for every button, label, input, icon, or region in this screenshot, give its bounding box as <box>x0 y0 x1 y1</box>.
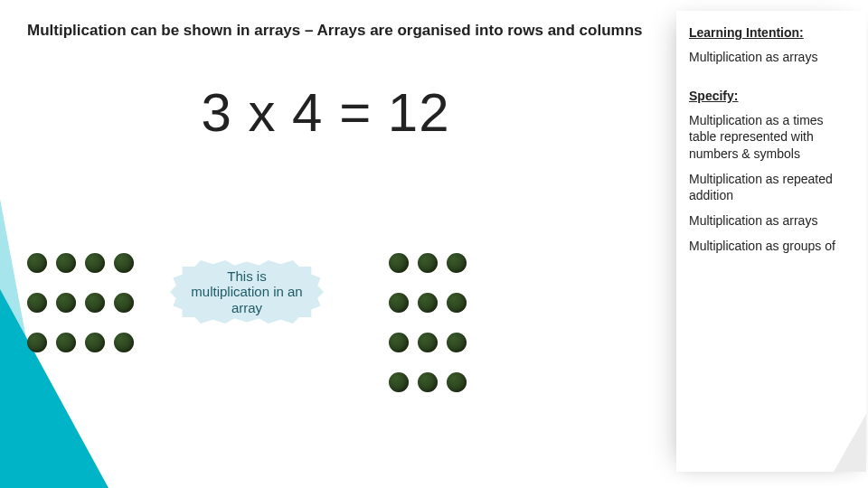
slide: Multiplication can be shown in arrays – … <box>0 0 868 488</box>
sidebar-spec-item: Multiplication as arrays <box>689 212 854 229</box>
equation-text: 3 x 4 = 12 <box>145 81 506 144</box>
array-dot <box>418 333 438 352</box>
array-row <box>27 253 134 273</box>
array-dot <box>447 372 467 392</box>
sidebar-corner-shadow <box>834 414 866 472</box>
callout-starburst: This is multiplication in an array <box>170 260 324 324</box>
array-row <box>389 293 467 313</box>
array-dot <box>56 293 76 313</box>
array-row <box>389 333 467 352</box>
sidebar-spec-item: Multiplication as repeated addition <box>689 171 854 203</box>
array-dot <box>56 333 76 352</box>
array-dot <box>389 333 409 352</box>
array-dot <box>114 293 134 313</box>
array-dot <box>27 253 47 273</box>
array-dot <box>27 333 47 352</box>
array-dot <box>27 293 47 313</box>
array-dot <box>447 333 467 352</box>
sidebar: Learning Intention: Multiplication as ar… <box>676 11 866 472</box>
array-dot <box>56 253 76 273</box>
page-title: Multiplication can be shown in arrays – … <box>27 22 651 40</box>
array-dot <box>418 253 438 273</box>
array-dot <box>418 372 438 392</box>
array-dot <box>114 333 134 352</box>
sidebar-spec-item: Multiplication as a times table represen… <box>689 112 854 162</box>
array-dot <box>85 293 105 313</box>
array-dot <box>114 253 134 273</box>
array-dot <box>447 253 467 273</box>
sidebar-spec-item: Multiplication as groups of <box>689 238 854 254</box>
array-dot <box>389 253 409 273</box>
array-row <box>389 372 467 392</box>
array-left <box>27 253 134 352</box>
sidebar-li-title: Learning Intention: <box>689 25 854 40</box>
array-dot <box>389 372 409 392</box>
array-right <box>389 253 467 392</box>
array-dot <box>85 253 105 273</box>
array-dot <box>85 333 105 352</box>
array-row <box>389 253 467 273</box>
sidebar-spec-title: Specify: <box>689 89 854 103</box>
sidebar-li-item: Multiplication as arrays <box>689 49 854 65</box>
array-dot <box>447 293 467 313</box>
array-dot <box>389 293 409 313</box>
array-row <box>27 293 134 313</box>
array-row <box>27 333 134 352</box>
callout-text: This is multiplication in an array <box>170 268 324 315</box>
array-dot <box>418 293 438 313</box>
